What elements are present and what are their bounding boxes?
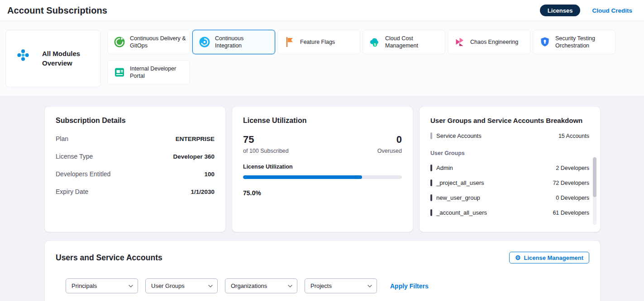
module-card-feature-flags[interactable]: Feature Flags (277, 30, 360, 54)
projects-filter-label: Projects (310, 282, 332, 289)
breakdown-title: User Groups and Service Accounts Breakdo… (430, 117, 589, 124)
subscribed-stat: 75 of 100 Subscribed (243, 134, 289, 154)
user-groups-heading: User Groups (430, 150, 589, 156)
internal-developer-portal-icon (113, 66, 126, 79)
module-card-continuous-integration[interactable]: Continuous Integration (192, 30, 275, 54)
user-group-name: _account_all_users (436, 209, 487, 216)
page-header: Account Subscriptions Licenses Cloud Cre… (0, 0, 644, 21)
utilization-stats: 75 of 100 Subscribed 0 Overused (243, 134, 402, 154)
user-groups-filter-select[interactable]: User Groups (145, 278, 218, 293)
subscription-row: Developers Entitled 100 (56, 170, 215, 178)
module-card-cloud-cost-management[interactable]: $ Cloud Cost Management (363, 30, 445, 54)
user-group-row: _project_all_users 72 Developers (430, 179, 589, 186)
license-management-button[interactable]: ⚙ License Management (509, 252, 589, 263)
header-actions: Licenses Cloud Credits (540, 5, 632, 16)
module-label: Continuous Integration (215, 35, 271, 50)
continuous-integration-icon (198, 36, 211, 48)
module-card-internal-developer-portal[interactable]: Internal Developer Portal (107, 60, 190, 85)
users-card-title: Users and Service Accounts (56, 253, 162, 263)
overused-caption: Overused (377, 148, 402, 154)
user-group-name: new_user_group (436, 194, 480, 201)
organizations-filter-select[interactable]: Organizations (225, 278, 297, 293)
module-label: Chaos Engineering (470, 38, 518, 46)
subscription-row-value: 1/1/2030 (191, 188, 215, 195)
licenses-button[interactable]: Licenses (540, 5, 581, 16)
user-group-value: 72 Developers (553, 180, 589, 186)
projects-filter-select[interactable]: Projects (305, 278, 377, 293)
module-label: Continuous Delivery & GitOps (130, 35, 186, 50)
module-card-continuous-delivery[interactable]: Continuous Delivery & GitOps (107, 30, 190, 54)
user-group-name: _project_all_users (436, 179, 484, 186)
scrollbar[interactable] (593, 157, 596, 225)
users-card-header: Users and Service Accounts ⚙ License Man… (56, 252, 589, 263)
page-title: Account Subscriptions (7, 5, 107, 16)
subscribed-count: 75 (243, 134, 289, 146)
subscription-details-card: Subscription Details Plan ENTERPRISE Lic… (45, 107, 225, 232)
license-management-label: License Management (524, 254, 584, 261)
subscription-row: Expiry Date 1/1/2030 (56, 188, 215, 195)
chevron-down-icon (367, 285, 372, 287)
principals-filter-label: Principals (72, 282, 97, 289)
modules-grid: Continuous Delivery & GitOps Continuous … (107, 30, 620, 85)
module-card-security-testing-orchestration[interactable]: Security Testing Orchestration (533, 30, 615, 54)
all-modules-overview-card[interactable]: All Modules Overview (5, 30, 101, 87)
subscription-row-label: Plan (56, 135, 68, 142)
user-group-icon (430, 165, 432, 171)
utilization-bar-label: License Utilization (243, 164, 402, 170)
user-group-value: 2 Developers (556, 165, 589, 171)
breakdown-card: User Groups and Service Accounts Breakdo… (420, 107, 600, 232)
overused-stat: 0 Overused (377, 134, 402, 154)
user-groups-filter-label: User Groups (151, 282, 185, 289)
cloud-cost-management-icon: $ (368, 36, 381, 48)
module-label: Cloud Cost Management (385, 35, 441, 50)
overused-count: 0 (377, 134, 402, 146)
license-utilization-title: License Utilization (243, 117, 402, 125)
chevron-down-icon (129, 285, 133, 287)
utilization-bar-fill (243, 175, 362, 179)
apply-filters-link[interactable]: Apply Filters (390, 282, 429, 290)
users-and-service-accounts-card: Users and Service Accounts ⚙ License Man… (45, 241, 600, 301)
gear-icon: ⚙ (515, 254, 521, 261)
user-group-icon (430, 209, 432, 216)
utilization-percent: 75.0% (243, 189, 402, 197)
scrollbar-thumb[interactable] (593, 157, 596, 197)
cloud-credits-link[interactable]: Cloud Credits (592, 7, 632, 14)
organizations-filter-label: Organizations (231, 282, 267, 289)
user-group-row: Admin 2 Developers (430, 165, 589, 171)
subscription-row: License Type Developer 360 (56, 153, 215, 160)
user-group-icon (430, 179, 432, 186)
all-modules-overview-label: All Modules Overview (42, 49, 82, 68)
svg-text:$: $ (374, 42, 376, 47)
service-accounts-icon (430, 132, 432, 139)
feature-flags-icon (283, 36, 296, 48)
service-accounts-value: 15 Accounts (558, 133, 589, 139)
module-label: Security Testing Orchestration (555, 35, 611, 50)
utilization-progress-bar (243, 175, 402, 179)
subscription-details-title: Subscription Details (56, 117, 215, 125)
chaos-engineering-icon (453, 36, 466, 48)
subscription-row-value: ENTERPRISE (176, 136, 215, 142)
subscription-row-value: Developer 360 (173, 153, 215, 160)
modules-strip: All Modules Overview Continuous Delivery… (0, 21, 644, 96)
user-group-icon (430, 194, 432, 201)
user-group-row: new_user_group 0 Developers (430, 194, 589, 201)
chevron-down-icon (208, 285, 213, 287)
filters-row: Principals User Groups Organizations Pro… (66, 278, 589, 293)
subscription-row-value: 100 (204, 171, 215, 178)
user-group-value: 0 Developers (556, 195, 589, 201)
subscription-row: Plan ENTERPRISE (56, 135, 215, 142)
license-utilization-card: License Utilization 75 of 100 Subscribed… (232, 107, 413, 232)
subscription-row-label: License Type (56, 153, 93, 160)
chevron-down-icon (288, 285, 292, 287)
service-accounts-row: Service Accounts 15 Accounts (430, 132, 589, 139)
subscription-row-label: Expiry Date (56, 188, 88, 195)
subscription-row-label: Developers Entitled (56, 170, 110, 178)
continuous-delivery-icon (113, 36, 126, 48)
principals-filter-select[interactable]: Principals (66, 278, 138, 293)
user-group-value: 61 Developers (553, 210, 589, 216)
module-card-chaos-engineering[interactable]: Chaos Engineering (448, 30, 530, 54)
service-accounts-label: Service Accounts (436, 132, 482, 139)
module-label: Internal Developer Portal (130, 65, 186, 80)
harness-logo-icon (17, 49, 37, 69)
user-group-name: Admin (436, 165, 453, 171)
